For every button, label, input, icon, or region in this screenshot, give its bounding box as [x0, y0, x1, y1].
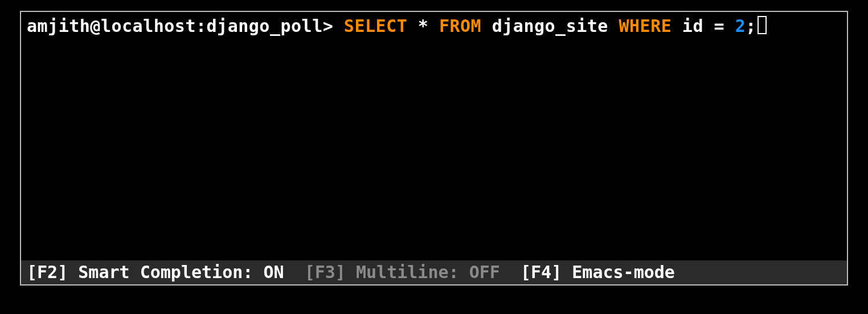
status-f2-label: Smart Completion: ON: [68, 262, 304, 283]
sql-token: WHERE: [619, 16, 672, 36]
status-f2-key[interactable]: [F2]: [27, 262, 68, 283]
sql-token: id: [682, 16, 703, 36]
status-f4-key[interactable]: [F4]: [521, 262, 562, 283]
sql-token: =: [714, 16, 725, 36]
sql-token: [428, 16, 439, 36]
sql-token: 2: [735, 16, 746, 36]
sql-token: FROM: [439, 16, 481, 36]
status-f4-label: Emacs-mode: [562, 262, 675, 283]
sql-token: SELECT: [344, 16, 407, 36]
status-f3-label: Multiline: OFF: [346, 262, 521, 283]
prompt: amjith@localhost:django_poll>: [27, 16, 344, 36]
sql-token: [724, 16, 735, 36]
sql-input[interactable]: SELECT * FROM django_site WHERE id = 2;: [344, 16, 756, 36]
status-f3-key[interactable]: [F3]: [305, 262, 346, 283]
terminal-body[interactable]: amjith@localhost:django_poll> SELECT * F…: [21, 12, 847, 260]
terminal-window: amjith@localhost:django_poll> SELECT * F…: [20, 11, 848, 286]
sql-token: [703, 16, 714, 36]
sql-token: [407, 16, 418, 36]
status-bar: [F2] Smart Completion: ON [F3] Multiline…: [21, 260, 847, 284]
sql-token: ;: [746, 16, 756, 36]
sql-token: django_site: [492, 16, 608, 36]
sql-token: [672, 16, 682, 36]
sql-token: [608, 16, 619, 36]
sql-token: [481, 16, 492, 36]
cursor: [758, 16, 767, 34]
sql-token: *: [418, 16, 429, 36]
